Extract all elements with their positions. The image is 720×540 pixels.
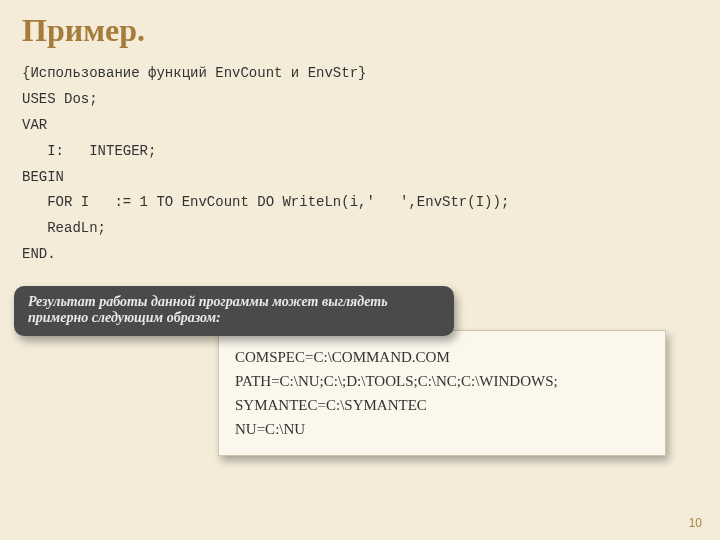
code-line: I: INTEGER; [22, 143, 156, 159]
result-caption: Результат работы данной программы может … [14, 286, 454, 336]
code-line: VAR [22, 117, 47, 133]
page-number: 10 [689, 516, 702, 530]
code-line: FOR I := 1 TO EnvCount DO WriteLn(i,' ',… [22, 194, 509, 210]
output-line: COMSPEC=C:\COMMAND.COM [235, 345, 649, 369]
code-line: {Использование функций EnvCount и EnvStr… [22, 65, 366, 81]
slide-title: Пример. [0, 0, 720, 57]
code-line: BEGIN [22, 169, 64, 185]
output-line: NU=C:\NU [235, 417, 649, 441]
output-box: COMSPEC=C:\COMMAND.COM PATH=C:\NU;C:\;D:… [218, 330, 666, 456]
code-listing: {Использование функций EnvCount и EnvStr… [0, 57, 720, 278]
output-line: SYMANTEC=C:\SYMANTEC [235, 393, 649, 417]
code-line: ReadLn; [22, 220, 106, 236]
output-line: PATH=C:\NU;C:\;D:\TOOLS;C:\NC;C:\WINDOWS… [235, 369, 649, 393]
code-line: END. [22, 246, 56, 262]
code-line: USES Dos; [22, 91, 98, 107]
